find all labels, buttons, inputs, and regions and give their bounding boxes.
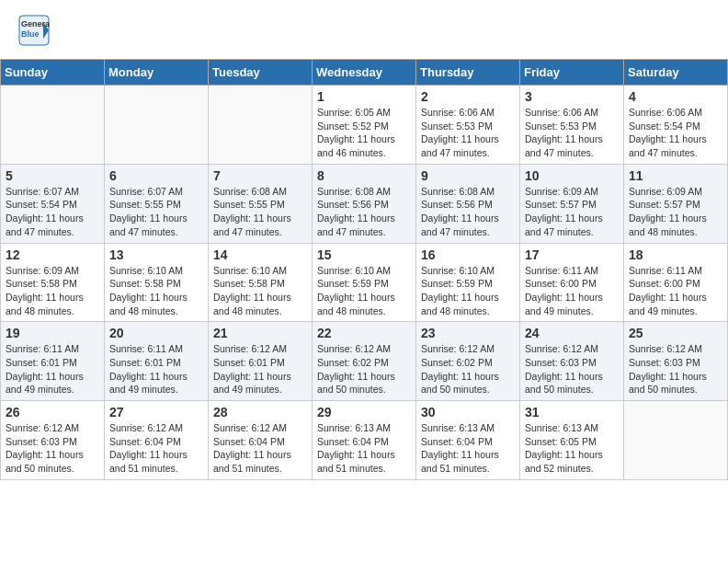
day-info: Sunrise: 6:12 AMSunset: 6:03 PMDaylight:… bbox=[6, 421, 99, 476]
day-info: Sunrise: 6:10 AMSunset: 5:58 PMDaylight:… bbox=[213, 264, 307, 318]
day-info: Sunrise: 6:07 AMSunset: 5:55 PMDaylight:… bbox=[109, 185, 203, 239]
calendar-day-cell: 31Sunrise: 6:13 AMSunset: 6:05 PMDayligh… bbox=[520, 401, 624, 480]
day-number: 26 bbox=[6, 405, 99, 419]
calendar-day-cell bbox=[624, 401, 728, 480]
day-info: Sunrise: 6:08 AMSunset: 5:56 PMDaylight:… bbox=[421, 185, 515, 239]
day-number: 30 bbox=[421, 405, 515, 419]
day-info: Sunrise: 6:13 AMSunset: 6:05 PMDaylight:… bbox=[525, 421, 619, 476]
day-number: 11 bbox=[629, 168, 722, 183]
day-number: 21 bbox=[213, 326, 307, 340]
svg-text:Blue: Blue bbox=[21, 29, 40, 39]
calendar-day-cell: 20Sunrise: 6:11 AMSunset: 6:01 PMDayligh… bbox=[105, 322, 209, 401]
calendar-day-cell: 3Sunrise: 6:06 AMSunset: 5:53 PMDaylight… bbox=[520, 86, 624, 165]
calendar-week-row: 12Sunrise: 6:09 AMSunset: 5:58 PMDayligh… bbox=[1, 243, 728, 322]
day-info: Sunrise: 6:10 AMSunset: 5:59 PMDaylight:… bbox=[317, 264, 411, 318]
day-number: 10 bbox=[525, 168, 619, 183]
calendar-day-cell: 18Sunrise: 6:11 AMSunset: 6:00 PMDayligh… bbox=[624, 243, 728, 322]
day-info: Sunrise: 6:11 AMSunset: 6:01 PMDaylight:… bbox=[6, 342, 99, 396]
calendar-week-row: 26Sunrise: 6:12 AMSunset: 6:03 PMDayligh… bbox=[1, 401, 728, 480]
day-info: Sunrise: 6:10 AMSunset: 5:59 PMDaylight:… bbox=[421, 264, 515, 318]
day-info: Sunrise: 6:06 AMSunset: 5:53 PMDaylight:… bbox=[421, 106, 515, 160]
calendar-week-row: 5Sunrise: 6:07 AMSunset: 5:54 PMDaylight… bbox=[1, 164, 728, 243]
day-number: 31 bbox=[525, 405, 619, 419]
calendar-day-cell: 30Sunrise: 6:13 AMSunset: 6:04 PMDayligh… bbox=[416, 401, 520, 480]
day-info: Sunrise: 6:09 AMSunset: 5:57 PMDaylight:… bbox=[629, 185, 722, 239]
day-number: 19 bbox=[6, 326, 99, 340]
day-number: 5 bbox=[6, 168, 99, 183]
day-info: Sunrise: 6:12 AMSunset: 6:04 PMDaylight:… bbox=[109, 421, 203, 476]
day-number: 24 bbox=[525, 326, 619, 340]
day-info: Sunrise: 6:06 AMSunset: 5:53 PMDaylight:… bbox=[525, 106, 619, 160]
day-of-week-header: Thursday bbox=[416, 60, 520, 86]
calendar-week-row: 19Sunrise: 6:11 AMSunset: 6:01 PMDayligh… bbox=[1, 322, 728, 401]
calendar-day-cell: 8Sunrise: 6:08 AMSunset: 5:56 PMDaylight… bbox=[313, 164, 416, 243]
day-number: 18 bbox=[629, 247, 722, 262]
calendar-header-row: SundayMondayTuesdayWednesdayThursdayFrid… bbox=[1, 60, 728, 86]
day-info: Sunrise: 6:12 AMSunset: 6:01 PMDaylight:… bbox=[213, 342, 307, 396]
day-of-week-header: Wednesday bbox=[313, 60, 416, 86]
calendar-week-row: 1Sunrise: 6:05 AMSunset: 5:52 PMDaylight… bbox=[1, 86, 728, 165]
day-of-week-header: Sunday bbox=[1, 60, 105, 86]
calendar-day-cell: 6Sunrise: 6:07 AMSunset: 5:55 PMDaylight… bbox=[105, 164, 209, 243]
calendar-day-cell: 9Sunrise: 6:08 AMSunset: 5:56 PMDaylight… bbox=[416, 164, 520, 243]
calendar-day-cell: 7Sunrise: 6:08 AMSunset: 5:55 PMDaylight… bbox=[209, 164, 313, 243]
calendar-day-cell: 4Sunrise: 6:06 AMSunset: 5:54 PMDaylight… bbox=[624, 86, 728, 165]
day-info: Sunrise: 6:12 AMSunset: 6:04 PMDaylight:… bbox=[213, 421, 307, 476]
day-of-week-header: Monday bbox=[105, 60, 209, 86]
day-number: 8 bbox=[317, 168, 411, 183]
calendar-day-cell: 27Sunrise: 6:12 AMSunset: 6:04 PMDayligh… bbox=[105, 401, 209, 480]
calendar-day-cell: 16Sunrise: 6:10 AMSunset: 5:59 PMDayligh… bbox=[416, 243, 520, 322]
day-info: Sunrise: 6:12 AMSunset: 6:03 PMDaylight:… bbox=[629, 342, 722, 396]
subtitle bbox=[0, 50, 728, 59]
day-number: 13 bbox=[109, 247, 203, 262]
day-info: Sunrise: 6:10 AMSunset: 5:58 PMDaylight:… bbox=[109, 264, 203, 318]
day-of-week-header: Friday bbox=[520, 60, 624, 86]
day-number: 15 bbox=[317, 247, 411, 262]
day-info: Sunrise: 6:09 AMSunset: 5:58 PMDaylight:… bbox=[6, 264, 99, 318]
day-number: 16 bbox=[421, 247, 515, 262]
day-info: Sunrise: 6:11 AMSunset: 6:01 PMDaylight:… bbox=[109, 342, 203, 396]
calendar-day-cell: 13Sunrise: 6:10 AMSunset: 5:58 PMDayligh… bbox=[105, 243, 209, 322]
day-info: Sunrise: 6:09 AMSunset: 5:57 PMDaylight:… bbox=[525, 185, 619, 239]
logo-svg: General Blue bbox=[18, 15, 50, 46]
day-info: Sunrise: 6:08 AMSunset: 5:55 PMDaylight:… bbox=[213, 185, 307, 239]
day-number: 2 bbox=[421, 89, 515, 104]
logo: General Blue bbox=[18, 15, 50, 46]
day-number: 6 bbox=[109, 168, 203, 183]
day-info: Sunrise: 6:12 AMSunset: 6:02 PMDaylight:… bbox=[317, 342, 411, 396]
day-number: 7 bbox=[213, 168, 307, 183]
day-number: 9 bbox=[421, 168, 515, 183]
day-info: Sunrise: 6:12 AMSunset: 6:02 PMDaylight:… bbox=[421, 342, 515, 396]
calendar-day-cell: 29Sunrise: 6:13 AMSunset: 6:04 PMDayligh… bbox=[313, 401, 416, 480]
day-info: Sunrise: 6:12 AMSunset: 6:03 PMDaylight:… bbox=[525, 342, 619, 396]
calendar-day-cell bbox=[105, 86, 209, 165]
day-info: Sunrise: 6:13 AMSunset: 6:04 PMDaylight:… bbox=[317, 421, 411, 476]
calendar-day-cell: 26Sunrise: 6:12 AMSunset: 6:03 PMDayligh… bbox=[1, 401, 105, 480]
calendar-day-cell: 23Sunrise: 6:12 AMSunset: 6:02 PMDayligh… bbox=[416, 322, 520, 401]
calendar-day-cell: 12Sunrise: 6:09 AMSunset: 5:58 PMDayligh… bbox=[1, 243, 105, 322]
day-number: 25 bbox=[629, 326, 722, 340]
calendar-day-cell: 14Sunrise: 6:10 AMSunset: 5:58 PMDayligh… bbox=[209, 243, 313, 322]
calendar-day-cell: 25Sunrise: 6:12 AMSunset: 6:03 PMDayligh… bbox=[624, 322, 728, 401]
day-number: 27 bbox=[109, 405, 203, 419]
day-info: Sunrise: 6:06 AMSunset: 5:54 PMDaylight:… bbox=[629, 106, 722, 160]
day-info: Sunrise: 6:07 AMSunset: 5:54 PMDaylight:… bbox=[6, 185, 99, 239]
calendar-day-cell: 10Sunrise: 6:09 AMSunset: 5:57 PMDayligh… bbox=[520, 164, 624, 243]
day-info: Sunrise: 6:13 AMSunset: 6:04 PMDaylight:… bbox=[421, 421, 515, 476]
calendar-day-cell bbox=[1, 86, 105, 165]
calendar-day-cell: 17Sunrise: 6:11 AMSunset: 6:00 PMDayligh… bbox=[520, 243, 624, 322]
day-info: Sunrise: 6:11 AMSunset: 6:00 PMDaylight:… bbox=[525, 264, 619, 318]
calendar-day-cell: 15Sunrise: 6:10 AMSunset: 5:59 PMDayligh… bbox=[313, 243, 416, 322]
calendar-day-cell: 28Sunrise: 6:12 AMSunset: 6:04 PMDayligh… bbox=[209, 401, 313, 480]
calendar-day-cell: 21Sunrise: 6:12 AMSunset: 6:01 PMDayligh… bbox=[209, 322, 313, 401]
calendar-day-cell bbox=[209, 86, 313, 165]
calendar-day-cell: 5Sunrise: 6:07 AMSunset: 5:54 PMDaylight… bbox=[1, 164, 105, 243]
day-number: 20 bbox=[109, 326, 203, 340]
day-number: 22 bbox=[317, 326, 411, 340]
day-number: 17 bbox=[525, 247, 619, 262]
day-number: 4 bbox=[629, 89, 722, 104]
day-number: 1 bbox=[317, 89, 411, 104]
calendar-day-cell: 19Sunrise: 6:11 AMSunset: 6:01 PMDayligh… bbox=[1, 322, 105, 401]
day-info: Sunrise: 6:05 AMSunset: 5:52 PMDaylight:… bbox=[317, 106, 411, 160]
day-number: 14 bbox=[213, 247, 307, 262]
